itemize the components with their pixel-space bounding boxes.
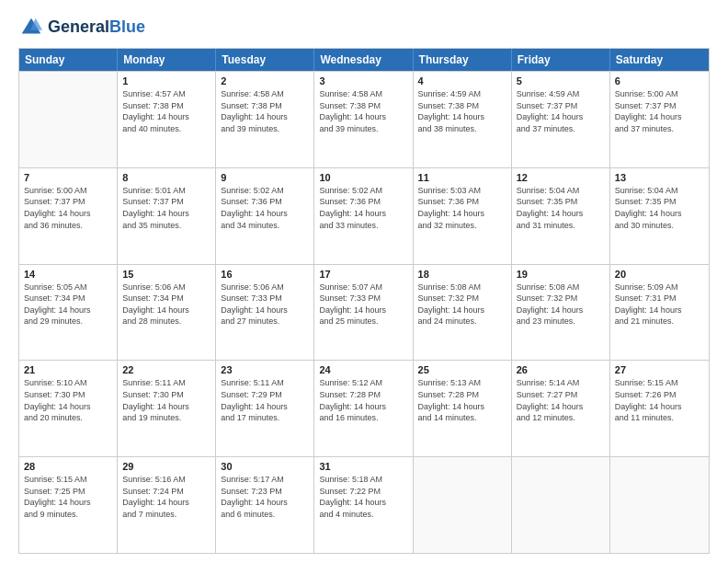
daylight-text: Daylight: 14 hoursand 31 minutes.: [517, 208, 605, 231]
daylight-text: Daylight: 14 hoursand 37 minutes.: [615, 111, 704, 134]
sunrise-text: Sunrise: 5:04 AM: [615, 185, 704, 197]
sunset-text: Sunset: 7:27 PM: [517, 389, 605, 401]
sunset-text: Sunset: 7:33 PM: [319, 293, 407, 304]
sunset-text: Sunset: 7:29 PM: [221, 389, 309, 401]
sunset-text: Sunset: 7:36 PM: [418, 196, 506, 208]
calendar-header-cell: Wednesday: [314, 49, 413, 71]
day-number: 30: [221, 461, 309, 472]
sunrise-text: Sunrise: 4:57 AM: [122, 88, 210, 100]
calendar-cell: 4Sunrise: 4:59 AMSunset: 7:38 PMDaylight…: [414, 72, 512, 167]
daylight-text: Daylight: 14 hoursand 21 minutes.: [615, 304, 704, 327]
calendar-header-cell: Tuesday: [216, 49, 314, 71]
sunrise-text: Sunrise: 5:04 AM: [517, 185, 605, 197]
calendar-cell: 5Sunrise: 4:59 AMSunset: 7:37 PMDaylight…: [512, 72, 610, 167]
sunrise-text: Sunrise: 4:58 AM: [319, 88, 407, 100]
day-number: 31: [319, 461, 407, 472]
sunset-text: Sunset: 7:25 PM: [24, 486, 112, 498]
calendar-cell-empty: [414, 457, 512, 553]
sunset-text: Sunset: 7:38 PM: [221, 100, 309, 112]
sunset-text: Sunset: 7:28 PM: [418, 389, 506, 401]
daylight-text: Daylight: 14 hoursand 25 minutes.: [319, 304, 407, 327]
daylight-text: Daylight: 14 hoursand 36 minutes.: [24, 208, 112, 231]
calendar-cell: 8Sunrise: 5:01 AMSunset: 7:37 PMDaylight…: [118, 168, 216, 264]
daylight-text: Daylight: 14 hoursand 39 minutes.: [319, 111, 407, 134]
sunset-text: Sunset: 7:28 PM: [319, 389, 407, 401]
day-number: 8: [122, 172, 210, 183]
calendar-week-row: 7Sunrise: 5:00 AMSunset: 7:37 PMDaylight…: [19, 167, 709, 264]
sunset-text: Sunset: 7:32 PM: [517, 293, 605, 304]
sunrise-text: Sunrise: 5:06 AM: [122, 282, 210, 293]
sunrise-text: Sunrise: 5:02 AM: [221, 185, 309, 197]
calendar-cell: 17Sunrise: 5:07 AMSunset: 7:33 PMDayligh…: [314, 265, 413, 361]
calendar-cell: 14Sunrise: 5:05 AMSunset: 7:34 PMDayligh…: [19, 265, 118, 361]
sunrise-text: Sunrise: 5:16 AM: [122, 474, 210, 486]
day-number: 2: [221, 75, 309, 86]
daylight-text: Daylight: 14 hoursand 4 minutes.: [319, 497, 407, 520]
day-number: 16: [221, 269, 309, 280]
sunrise-text: Sunrise: 5:14 AM: [517, 377, 605, 389]
day-number: 27: [615, 364, 704, 375]
daylight-text: Daylight: 14 hoursand 9 minutes.: [24, 497, 112, 520]
calendar-cell: 2Sunrise: 4:58 AMSunset: 7:38 PMDaylight…: [216, 72, 314, 167]
calendar-body: 1Sunrise: 4:57 AMSunset: 7:38 PMDaylight…: [19, 71, 709, 553]
sunset-text: Sunset: 7:35 PM: [517, 196, 605, 208]
sunrise-text: Sunrise: 5:09 AM: [615, 282, 704, 293]
calendar-cell: 31Sunrise: 5:18 AMSunset: 7:22 PMDayligh…: [314, 457, 413, 553]
calendar-cell: 26Sunrise: 5:14 AMSunset: 7:27 PMDayligh…: [512, 361, 610, 456]
sunset-text: Sunset: 7:35 PM: [615, 196, 704, 208]
sunrise-text: Sunrise: 5:12 AM: [319, 377, 407, 389]
daylight-text: Daylight: 14 hoursand 33 minutes.: [319, 208, 407, 231]
calendar-header-cell: Thursday: [414, 49, 512, 71]
day-number: 5: [517, 75, 605, 86]
sunset-text: Sunset: 7:37 PM: [517, 100, 605, 112]
sunset-text: Sunset: 7:37 PM: [615, 100, 704, 112]
daylight-text: Daylight: 14 hoursand 27 minutes.: [221, 304, 309, 327]
day-number: 10: [319, 172, 407, 183]
sunset-text: Sunset: 7:36 PM: [221, 196, 309, 208]
daylight-text: Daylight: 14 hoursand 37 minutes.: [517, 111, 605, 134]
logo-icon: [18, 15, 44, 40]
sunrise-text: Sunrise: 5:18 AM: [319, 474, 407, 486]
sunset-text: Sunset: 7:22 PM: [319, 486, 407, 498]
day-number: 25: [418, 364, 506, 375]
sunset-text: Sunset: 7:34 PM: [122, 293, 210, 304]
calendar-cell: 30Sunrise: 5:17 AMSunset: 7:23 PMDayligh…: [216, 457, 314, 553]
day-number: 11: [418, 172, 506, 183]
calendar-cell: 27Sunrise: 5:15 AMSunset: 7:26 PMDayligh…: [610, 361, 709, 456]
sunrise-text: Sunrise: 4:59 AM: [418, 88, 506, 100]
sunset-text: Sunset: 7:34 PM: [24, 293, 112, 304]
sunrise-text: Sunrise: 5:00 AM: [24, 185, 112, 197]
sunrise-text: Sunrise: 5:15 AM: [24, 474, 112, 486]
daylight-text: Daylight: 14 hoursand 11 minutes.: [615, 401, 704, 424]
calendar: SundayMondayTuesdayWednesdayThursdayFrid…: [18, 48, 710, 554]
calendar-header-cell: Monday: [118, 49, 216, 71]
calendar-cell: 24Sunrise: 5:12 AMSunset: 7:28 PMDayligh…: [314, 361, 413, 456]
day-number: 29: [122, 461, 210, 472]
day-number: 3: [319, 75, 407, 86]
day-number: 7: [24, 172, 112, 183]
daylight-text: Daylight: 14 hoursand 40 minutes.: [122, 111, 210, 134]
day-number: 15: [122, 269, 210, 280]
logo: GeneralBlue: [18, 15, 145, 40]
calendar-cell: 9Sunrise: 5:02 AMSunset: 7:36 PMDaylight…: [216, 168, 314, 264]
sunrise-text: Sunrise: 5:10 AM: [24, 377, 112, 389]
sunset-text: Sunset: 7:30 PM: [122, 389, 210, 401]
sunset-text: Sunset: 7:36 PM: [319, 196, 407, 208]
day-number: 23: [221, 364, 309, 375]
sunset-text: Sunset: 7:37 PM: [24, 196, 112, 208]
daylight-text: Daylight: 14 hoursand 28 minutes.: [122, 304, 210, 327]
calendar-header-cell: Saturday: [610, 49, 709, 71]
sunset-text: Sunset: 7:32 PM: [418, 293, 506, 304]
daylight-text: Daylight: 14 hoursand 23 minutes.: [517, 304, 605, 327]
calendar-week-row: 14Sunrise: 5:05 AMSunset: 7:34 PMDayligh…: [19, 264, 709, 361]
sunset-text: Sunset: 7:38 PM: [418, 100, 506, 112]
calendar-cell: 12Sunrise: 5:04 AMSunset: 7:35 PMDayligh…: [512, 168, 610, 264]
daylight-text: Daylight: 14 hoursand 16 minutes.: [319, 401, 407, 424]
calendar-cell-empty: [610, 457, 709, 553]
daylight-text: Daylight: 14 hoursand 38 minutes.: [418, 111, 506, 134]
logo-text: GeneralBlue: [48, 18, 145, 37]
daylight-text: Daylight: 14 hoursand 17 minutes.: [221, 401, 309, 424]
calendar-header-cell: Sunday: [19, 49, 118, 71]
calendar-cell: 6Sunrise: 5:00 AMSunset: 7:37 PMDaylight…: [610, 72, 709, 167]
sunset-text: Sunset: 7:38 PM: [122, 100, 210, 112]
